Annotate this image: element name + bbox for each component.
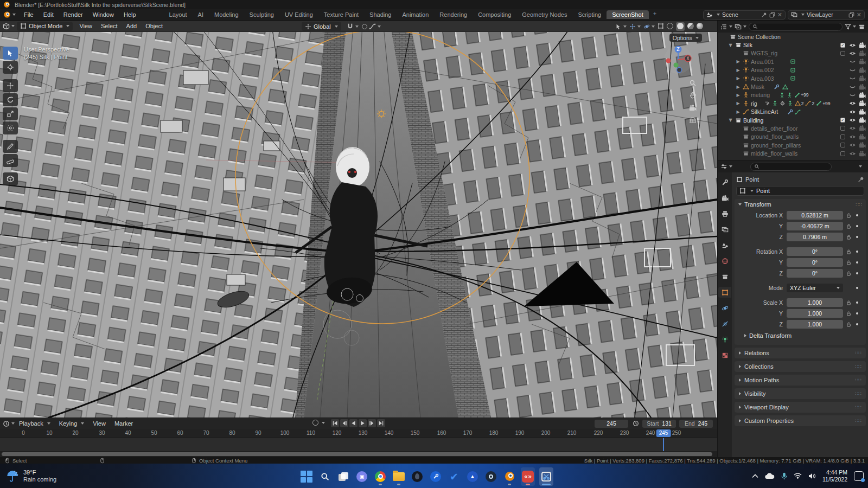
proportional-editing-toggle[interactable]	[362, 23, 381, 30]
timeline-ruler[interactable]: 0 10 20 30 40 50 60 70 80 90 100 110 120…	[0, 429, 717, 438]
lock-icon[interactable]	[843, 260, 854, 266]
taskbar-clock[interactable]: 4:44 PM 11/5/2022	[822, 469, 847, 483]
location-z-field[interactable]: 0.7906 m	[787, 233, 843, 241]
todo-button[interactable]: ✔	[447, 467, 461, 486]
expand-icon[interactable]: ▶	[735, 68, 741, 73]
location-x-field[interactable]: 0.52812 m	[787, 211, 843, 220]
hide-eye-icon[interactable]	[848, 142, 857, 149]
exclude-checkbox[interactable]	[839, 134, 847, 139]
exclude-checkbox[interactable]	[839, 51, 847, 56]
rotation-x-field[interactable]: 0°	[787, 247, 843, 256]
render-camera-icon[interactable]	[858, 133, 866, 140]
volume-icon[interactable]	[808, 473, 816, 479]
render-camera-icon[interactable]	[858, 150, 866, 157]
outliner-row-scene-collection[interactable]: Scene Collection	[718, 33, 868, 41]
outliner-filter-button[interactable]	[845, 23, 856, 30]
pin-icon[interactable]	[761, 12, 767, 18]
expand-icon[interactable]: ▶	[735, 85, 741, 89]
chrome-button[interactable]	[373, 467, 387, 486]
menu-file[interactable]: File	[19, 11, 39, 18]
lock-icon[interactable]	[843, 311, 854, 317]
playhead-current-frame[interactable]: 245	[656, 429, 671, 437]
properties-editor-type[interactable]	[720, 163, 732, 170]
render-camera-icon[interactable]	[858, 67, 866, 74]
tab-scripting[interactable]: Scripting	[572, 10, 607, 19]
hide-eye-closed-icon[interactable]	[848, 58, 857, 65]
properties-search-input[interactable]	[750, 163, 832, 171]
selectability-dropdown[interactable]	[615, 23, 627, 30]
transform-orientation-dropdown[interactable]: Global	[302, 22, 341, 31]
render-camera-icon[interactable]	[858, 108, 866, 115]
menu-view[interactable]: View	[75, 23, 97, 29]
microphone-icon[interactable]	[781, 472, 787, 480]
outliner-row-mask[interactable]: ▶ Mask	[718, 82, 868, 91]
snipping-tool-button[interactable]	[539, 467, 553, 486]
onedrive-cloud-icon[interactable]	[765, 473, 775, 479]
shading-solid-button[interactable]	[676, 22, 685, 31]
play-button[interactable]	[359, 419, 367, 427]
expand-icon[interactable]: ▶	[735, 101, 741, 106]
outliner-row-middle-floor-walls[interactable]: middle_floor_walls	[718, 149, 868, 157]
tool-measure[interactable]	[3, 154, 18, 167]
outliner-row-area-001[interactable]: ▶ Area.001	[718, 57, 868, 66]
animate-dot[interactable]	[854, 287, 860, 289]
menu-view[interactable]: View	[88, 420, 110, 427]
outliner-row-details-other-floor[interactable]: details_other_floor	[718, 124, 868, 132]
render-camera-icon[interactable]	[858, 92, 866, 99]
relations-panel[interactable]: Relations∷∷	[735, 348, 866, 358]
tab-modeling[interactable]: Modeling	[209, 10, 244, 19]
remove-viewlayer-icon[interactable]: ✕	[857, 11, 861, 18]
menu-help[interactable]: Help	[119, 11, 141, 18]
tab-rendering[interactable]: Rendering	[434, 10, 473, 19]
menu-select[interactable]: Select	[97, 23, 122, 29]
menu-keying[interactable]: Keying	[55, 420, 89, 427]
hide-eye-closed-icon[interactable]	[848, 84, 857, 91]
steam-button[interactable]	[484, 467, 498, 486]
options-button[interactable]: Options	[669, 34, 702, 42]
visibility-panel[interactable]: Visibility∷∷	[735, 388, 866, 399]
snapping-toggle[interactable]	[347, 23, 359, 30]
tab-texture-paint[interactable]: Texture Paint	[318, 10, 364, 19]
outliner-row-building[interactable]: ▼ Building ✓	[718, 116, 868, 124]
pin-icon[interactable]	[858, 176, 864, 183]
amd-software-button[interactable]: ▲	[465, 467, 480, 486]
hide-eye-icon[interactable]	[848, 50, 857, 57]
next-keyframe-button[interactable]	[368, 419, 376, 427]
outliner-display-mode[interactable]	[720, 23, 732, 30]
tab-geometry-nodes[interactable]: Geometry Nodes	[516, 10, 572, 19]
use-preview-range-icon[interactable]	[633, 420, 639, 427]
hide-eye-icon[interactable]	[848, 133, 857, 140]
hide-eye-icon[interactable]	[848, 150, 857, 157]
menu-render[interactable]: Render	[59, 11, 88, 18]
menu-edit[interactable]: Edit	[39, 11, 59, 18]
tool-annotate[interactable]	[3, 140, 18, 153]
scale-y-field[interactable]: 1.000	[787, 309, 843, 318]
jump-to-end-button[interactable]	[377, 419, 385, 427]
outliner-row-area-002[interactable]: ▶ Area.002	[718, 66, 868, 74]
motion-paths-panel[interactable]: Motion Paths∷∷	[735, 375, 866, 386]
lock-icon[interactable]	[843, 300, 854, 306]
expand-icon[interactable]: ▶	[735, 110, 741, 114]
new-viewlayer-icon[interactable]	[848, 12, 854, 18]
hide-eye-closed-icon[interactable]	[848, 92, 857, 99]
timeline-track-area[interactable]	[0, 438, 717, 451]
tool-add-cube[interactable]	[3, 172, 18, 185]
shading-wireframe-button[interactable]	[667, 23, 673, 30]
lock-icon[interactable]	[843, 223, 854, 229]
expand-icon[interactable]: ▶	[735, 76, 741, 81]
viewport-scene-canvas[interactable]	[0, 21, 717, 418]
task-view-button[interactable]	[336, 467, 350, 486]
lock-icon[interactable]	[843, 249, 854, 255]
pan-view-icon[interactable]	[689, 92, 697, 99]
tab-scene[interactable]	[718, 240, 731, 251]
editor-type-button[interactable]	[3, 23, 15, 30]
tool-rotate[interactable]	[3, 93, 18, 106]
weather-widget[interactable]: 39°F Rain coming	[0, 469, 108, 483]
render-camera-icon[interactable]	[858, 142, 866, 149]
tab-screenshot[interactable]: ScreenShot	[607, 10, 648, 19]
notification-center-icon[interactable]	[854, 471, 864, 481]
animate-dot[interactable]	[854, 225, 860, 227]
taskbar-search-button[interactable]	[318, 467, 332, 486]
tab-ai[interactable]: AI	[193, 10, 209, 19]
play-reverse-button[interactable]	[349, 419, 358, 427]
